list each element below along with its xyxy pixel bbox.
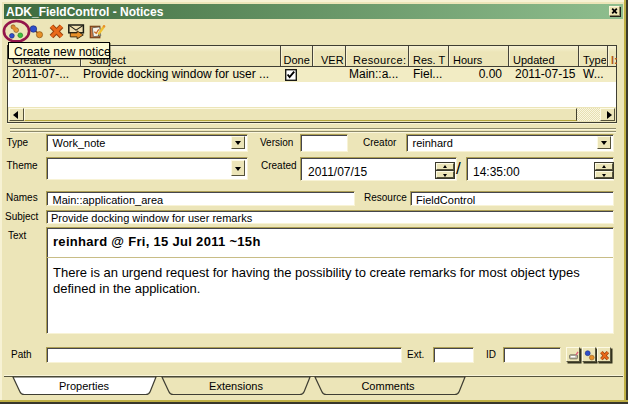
svg-text:Comments: Comments	[361, 380, 415, 392]
svg-text:Extensions: Extensions	[209, 380, 263, 392]
svg-text:Properties: Properties	[59, 380, 110, 392]
